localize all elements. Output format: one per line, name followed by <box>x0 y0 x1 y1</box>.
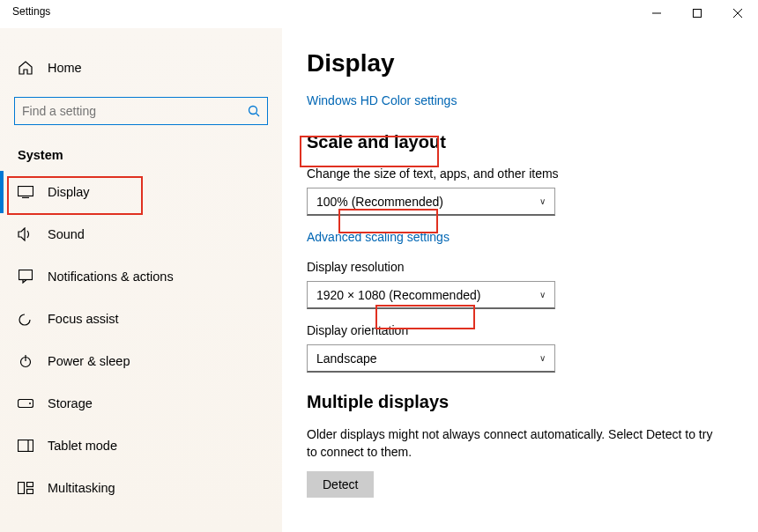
scale-layout-heading: Scale and layout <box>307 132 733 152</box>
storage-icon <box>18 395 33 411</box>
chevron-down-icon: ∨ <box>539 290 546 299</box>
maximize-button[interactable] <box>677 0 717 26</box>
sidebar-item-focus-assist[interactable]: Focus assist <box>0 298 282 340</box>
multiple-displays-text: Older displays might not always connect … <box>307 426 721 461</box>
svg-rect-17 <box>27 490 33 494</box>
sidebar-item-display[interactable]: Display <box>0 171 282 213</box>
svg-rect-16 <box>27 483 33 487</box>
sidebar-item-label: Tablet mode <box>48 439 117 453</box>
sidebar-item-storage[interactable]: Storage <box>0 382 282 425</box>
sidebar-item-label: Focus assist <box>48 312 119 326</box>
hd-color-settings-link[interactable]: Windows HD Color settings <box>307 93 457 107</box>
search-icon <box>248 105 260 117</box>
home-icon <box>18 60 33 76</box>
svg-point-4 <box>249 107 257 115</box>
orientation-value: Landscape <box>316 351 377 366</box>
sidebar-item-label: Display <box>48 185 90 199</box>
power-icon <box>18 353 33 369</box>
sidebar: Home System Display Sound <box>0 28 282 532</box>
sidebar-item-power-sleep[interactable]: Power & sleep <box>0 340 282 382</box>
tablet-icon <box>18 438 33 454</box>
sidebar-item-label: Multitasking <box>48 481 115 495</box>
notifications-icon <box>18 269 33 284</box>
sidebar-item-home[interactable]: Home <box>0 51 282 85</box>
main-content: Display Windows HD Color settings Scale … <box>282 28 758 532</box>
sidebar-item-label: Power & sleep <box>48 354 130 368</box>
sidebar-item-notifications[interactable]: Notifications & actions <box>0 255 282 298</box>
sidebar-item-label: Storage <box>48 396 93 410</box>
resolution-select[interactable]: 1920 × 1080 (Recommended) ∨ <box>307 281 555 309</box>
sidebar-item-sound[interactable]: Sound <box>0 213 282 255</box>
scale-value: 100% (Recommended) <box>316 195 443 209</box>
display-icon <box>18 184 33 200</box>
page-title: Display <box>307 49 733 78</box>
resolution-label: Display resolution <box>307 260 733 274</box>
search-input-wrap[interactable] <box>14 97 268 125</box>
multitasking-icon <box>18 480 33 496</box>
svg-rect-8 <box>19 270 33 280</box>
svg-line-5 <box>256 114 260 117</box>
svg-rect-6 <box>19 187 33 196</box>
titlebar: Settings <box>0 0 758 28</box>
scale-label: Change the size of text, apps, and other… <box>307 166 733 181</box>
chevron-down-icon: ∨ <box>539 196 546 206</box>
sidebar-item-multitasking[interactable]: Multitasking <box>0 467 282 509</box>
svg-rect-13 <box>19 440 33 452</box>
search-input[interactable] <box>22 104 248 118</box>
svg-rect-15 <box>19 483 25 494</box>
window-title: Settings <box>12 5 50 18</box>
orientation-label: Display orientation <box>307 323 733 337</box>
home-label: Home <box>48 61 82 75</box>
sidebar-item-label: Sound <box>48 227 85 241</box>
sound-icon <box>18 226 33 242</box>
focus-assist-icon <box>18 311 33 327</box>
resolution-value: 1920 × 1080 (Recommended) <box>316 288 480 302</box>
scale-select[interactable]: 100% (Recommended) ∨ <box>307 188 555 216</box>
sidebar-item-tablet-mode[interactable]: Tablet mode <box>0 425 282 467</box>
advanced-scaling-link[interactable]: Advanced scaling settings <box>307 230 450 244</box>
detect-button[interactable]: Detect <box>307 471 374 498</box>
multiple-displays-heading: Multiple displays <box>307 392 733 412</box>
minimize-button[interactable] <box>636 0 677 26</box>
svg-point-12 <box>29 403 31 404</box>
sidebar-category: System <box>18 148 282 162</box>
close-button[interactable] <box>717 0 758 26</box>
chevron-down-icon: ∨ <box>539 353 546 363</box>
sidebar-item-label: Notifications & actions <box>48 270 174 284</box>
svg-rect-1 <box>694 10 702 18</box>
orientation-select[interactable]: Landscape ∨ <box>307 344 555 373</box>
